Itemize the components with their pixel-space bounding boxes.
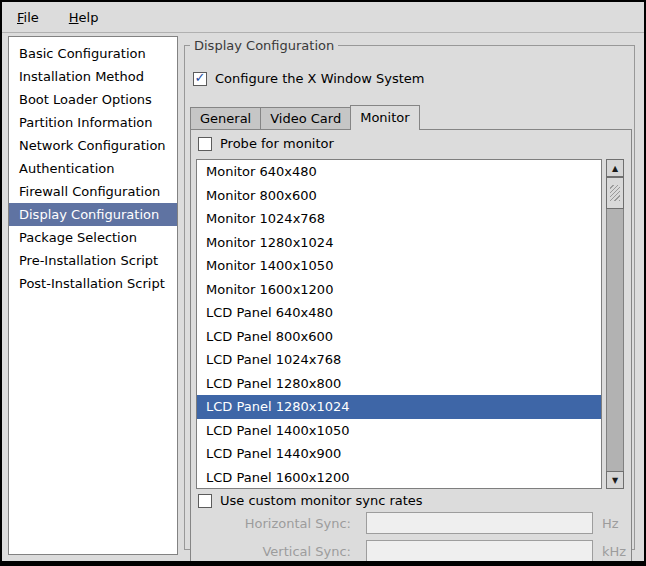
configure-x-checkbox[interactable]: ✓ xyxy=(193,72,207,86)
tab-monitor[interactable]: Monitor xyxy=(350,105,419,130)
horizontal-sync-label: Horizontal Sync: xyxy=(191,516,359,531)
monitor-list-item[interactable]: Monitor 640x480 xyxy=(197,160,601,184)
custom-sync-checkbox[interactable] xyxy=(198,494,212,508)
monitor-list-item[interactable]: LCD Panel 640x480 xyxy=(197,301,601,325)
monitor-list-item[interactable]: LCD Panel 1400x1050 xyxy=(197,419,601,443)
monitor-list-item[interactable]: Monitor 1024x768 xyxy=(197,207,601,231)
scroll-down-icon: ▼ xyxy=(612,476,618,485)
vertical-sync-unit: kHz xyxy=(602,544,626,559)
app-window: FileHelp Basic ConfigurationInstallation… xyxy=(0,0,646,566)
monitor-list-item[interactable]: LCD Panel 1280x800 xyxy=(197,372,601,396)
vertical-sync-label: Vertical Sync: xyxy=(191,544,359,559)
vertical-sync-input xyxy=(366,540,593,562)
monitor-list-item[interactable]: Monitor 1400x1050 xyxy=(197,254,601,278)
menubar: FileHelp xyxy=(2,2,644,33)
custom-sync-checkbox-row[interactable]: Use custom monitor sync rates xyxy=(198,493,423,508)
scrollbar-thumb[interactable] xyxy=(606,177,624,209)
configure-x-label: Configure the X Window System xyxy=(215,71,425,86)
monitor-list-item[interactable]: LCD Panel 1440x900 xyxy=(197,442,601,466)
sidebar-item[interactable]: Authentication xyxy=(9,157,177,180)
display-configuration-frame: Display Configuration ✓ Configure the X … xyxy=(184,38,635,550)
sidebar-item[interactable]: Network Configuration xyxy=(9,134,177,157)
menu-help[interactable]: Help xyxy=(66,8,102,27)
menu-file[interactable]: File xyxy=(14,8,42,27)
sidebar-item[interactable]: Basic Configuration xyxy=(9,42,177,65)
sidebar-item[interactable]: Partition Information xyxy=(9,111,177,134)
sidebar-item[interactable]: Display Configuration xyxy=(9,203,177,226)
thumb-grip-icon xyxy=(610,185,620,201)
monitor-list-item[interactable]: LCD Panel 1600x1200 xyxy=(197,466,601,490)
tab-video-card[interactable]: Video Card xyxy=(260,107,351,129)
tab-bar: GeneralVideo CardMonitor xyxy=(190,104,419,129)
sidebar-item[interactable]: Package Selection xyxy=(9,226,177,249)
sidebar-item[interactable]: Pre-Installation Script xyxy=(9,249,177,272)
configure-x-checkbox-row[interactable]: ✓ Configure the X Window System xyxy=(193,71,425,86)
monitor-list-item[interactable]: LCD Panel 1280x1024 xyxy=(197,395,601,419)
monitor-tab-panel: Probe for monitor Monitor 640x480Monitor… xyxy=(190,129,632,564)
probe-monitor-checkbox-row[interactable]: Probe for monitor xyxy=(198,136,334,151)
sidebar-item[interactable]: Post-Installation Script xyxy=(9,272,177,295)
monitor-list-item[interactable]: LCD Panel 800x600 xyxy=(197,325,601,349)
horizontal-sync-unit: Hz xyxy=(602,516,619,531)
scroll-down-button[interactable]: ▼ xyxy=(606,471,624,489)
scroll-up-button[interactable]: ▲ xyxy=(606,159,624,177)
sidebar-list: Basic ConfigurationInstallation MethodBo… xyxy=(8,36,178,555)
sidebar-item[interactable]: Installation Method xyxy=(9,65,177,88)
sidebar-item[interactable]: Boot Loader Options xyxy=(9,88,177,111)
check-icon: ✓ xyxy=(195,71,206,84)
monitor-list-item[interactable]: Monitor 800x600 xyxy=(197,184,601,208)
monitor-list-item[interactable]: Monitor 1600x1200 xyxy=(197,278,601,302)
monitor-list-item[interactable]: LCD Panel 1024x768 xyxy=(197,348,601,372)
horizontal-sync-input xyxy=(366,512,593,534)
frame-title: Display Configuration xyxy=(190,38,338,53)
vertical-sync-row: Vertical Sync: kHz xyxy=(191,539,626,563)
monitor-list: Monitor 640x480Monitor 800x600Monitor 10… xyxy=(196,159,602,489)
notebook: GeneralVideo CardMonitor Probe for monit… xyxy=(190,104,632,564)
custom-sync-label: Use custom monitor sync rates xyxy=(220,493,423,508)
horizontal-sync-row: Horizontal Sync: Hz xyxy=(191,511,619,535)
probe-monitor-label: Probe for monitor xyxy=(220,136,334,151)
probe-monitor-checkbox[interactable] xyxy=(198,137,212,151)
monitor-list-item[interactable]: Monitor 1280x1024 xyxy=(197,231,601,255)
scroll-up-icon: ▲ xyxy=(612,164,618,173)
tab-general[interactable]: General xyxy=(190,107,261,129)
sidebar-item[interactable]: Firewall Configuration xyxy=(9,180,177,203)
monitor-list-scrollbar: ▲ ▼ xyxy=(606,159,624,489)
